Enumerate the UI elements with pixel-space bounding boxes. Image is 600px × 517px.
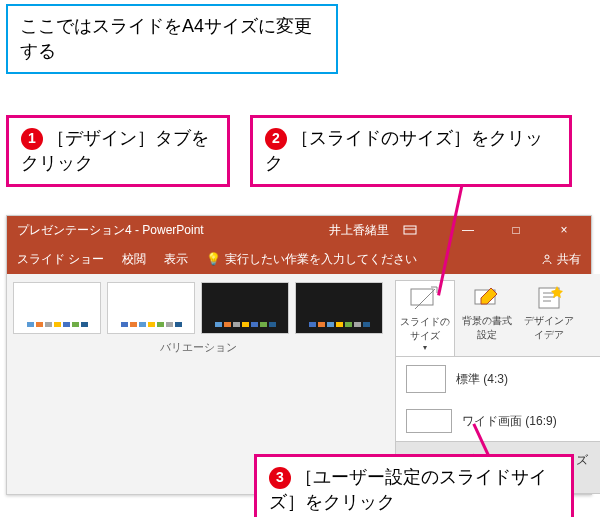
intro-callout: ここではスライドをA4サイズに変更する: [6, 4, 338, 74]
titlebar-right: 井上香緒里 — □ ×: [329, 222, 581, 239]
tell-me-text: 実行したい作業を入力してください: [225, 251, 417, 268]
variations-label: バリエーション: [13, 334, 383, 359]
close-button[interactable]: ×: [547, 223, 581, 237]
step1-callout: 1［デザイン］タブをクリック: [6, 115, 230, 187]
ribbon-bar: スライド ショー 校閲 表示 💡 実行したい作業を入力してください 共有: [7, 244, 591, 274]
step2-text: ［スライドのサイズ］をクリック: [265, 128, 543, 173]
format-background-button[interactable]: 背景の書式設定: [457, 280, 517, 356]
tab-review[interactable]: 校閲: [122, 251, 146, 268]
powerpoint-window: プレゼンテーション4 - PowerPoint 井上香緒里 — □ × スライド…: [6, 215, 592, 495]
lightbulb-icon: 💡: [206, 252, 221, 266]
variation-thumb-2[interactable]: [107, 282, 195, 334]
thumb-16-9-icon: [406, 409, 452, 433]
dropdown-wide-label: ワイド画面 (16:9): [462, 413, 557, 430]
tab-view[interactable]: 表示: [164, 251, 188, 268]
intro-text: ここではスライドをA4サイズに変更する: [20, 16, 312, 61]
thumb-4-3-icon: [406, 365, 446, 393]
minimize-button[interactable]: —: [451, 223, 485, 237]
ribbon-display-button[interactable]: [403, 224, 437, 236]
step3-callout: 3［ユーザー設定のスライドサイズ］をクリック: [254, 454, 574, 517]
design-ideas-icon: [533, 284, 565, 312]
variation-thumb-3[interactable]: [201, 282, 289, 334]
slide-size-label: スライドのサイズ: [398, 315, 452, 343]
step1-text: ［デザイン］タブをクリック: [21, 128, 209, 173]
variation-thumb-4[interactable]: [295, 282, 383, 334]
dropdown-standard[interactable]: 標準 (4:3): [396, 357, 600, 401]
share-icon: [541, 253, 553, 265]
design-ideas-label: デザインアイデア: [521, 314, 577, 342]
chevron-down-icon: ▾: [398, 343, 452, 352]
titlebar: プレゼンテーション4 - PowerPoint 井上香緒里 — □ ×: [7, 216, 591, 244]
step2-callout: 2［スライドのサイズ］をクリック: [250, 115, 572, 187]
slide-size-icon: [409, 285, 441, 313]
svg-point-2: [545, 255, 549, 259]
variation-row: [13, 282, 383, 334]
svg-rect-0: [404, 226, 416, 234]
format-bg-icon: [471, 284, 503, 312]
slide-size-button[interactable]: スライドのサイズ ▾: [395, 280, 455, 356]
step3-num: 3: [269, 467, 291, 489]
step2-num: 2: [265, 128, 287, 150]
share-button[interactable]: 共有: [541, 251, 581, 268]
step3-text: ［ユーザー設定のスライドサイズ］をクリック: [269, 467, 547, 512]
tell-me[interactable]: 💡 実行したい作業を入力してください: [206, 251, 417, 268]
variation-thumb-1[interactable]: [13, 282, 101, 334]
step1-num: 1: [21, 128, 43, 150]
tab-slideshow[interactable]: スライド ショー: [17, 251, 104, 268]
user-name: 井上香緒里: [329, 222, 389, 239]
format-bg-label: 背景の書式設定: [459, 314, 515, 342]
dropdown-widescreen[interactable]: ワイド画面 (16:9): [396, 401, 600, 441]
customize-buttons: スライドのサイズ ▾ 背景の書式設定 デザインアイデア: [395, 280, 600, 356]
design-ideas-button[interactable]: デザインアイデア: [519, 280, 579, 356]
window-title: プレゼンテーション4 - PowerPoint: [17, 222, 329, 239]
share-label: 共有: [557, 251, 581, 268]
maximize-button[interactable]: □: [499, 223, 533, 237]
dropdown-standard-label: 標準 (4:3): [456, 371, 508, 388]
